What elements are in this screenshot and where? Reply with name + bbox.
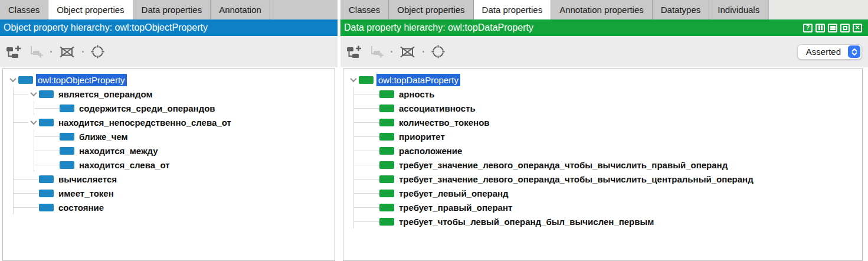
tree-connector bbox=[369, 200, 379, 214]
tab-classes[interactable]: Classes bbox=[340, 0, 389, 19]
property-name[interactable]: требует_значение_левого_операнда_чтобы_в… bbox=[397, 173, 755, 185]
split-horizontally-icon[interactable] bbox=[828, 24, 837, 32]
tab-annotation[interactable]: Annotation bbox=[211, 0, 270, 19]
property-name[interactable]: приоритет bbox=[397, 130, 447, 143]
property-name[interactable]: owl:topDataProperty bbox=[376, 74, 460, 86]
add-sibling-property-icon[interactable] bbox=[369, 45, 384, 58]
tree-row[interactable]: количество_токенов bbox=[343, 115, 862, 129]
tree-indent-guide bbox=[8, 172, 28, 186]
hierarchy-view-selector[interactable]: Asserted bbox=[797, 44, 862, 60]
delete-property-icon[interactable] bbox=[59, 45, 75, 58]
tree-row[interactable]: является_операндом bbox=[3, 87, 335, 101]
property-name[interactable]: является_операндом bbox=[57, 88, 155, 100]
data-property-icon bbox=[379, 175, 394, 183]
property-name[interactable]: содержится_среди_операндов bbox=[77, 102, 217, 115]
tree-row[interactable]: требует_значение_левого_операнда_чтобы_в… bbox=[343, 158, 862, 172]
data-property-icon bbox=[379, 204, 394, 211]
data-property-icon bbox=[359, 76, 374, 84]
tree-row[interactable]: вычисляется bbox=[3, 172, 335, 186]
add-sibling-property-icon[interactable] bbox=[29, 45, 43, 58]
toolbar-separator-dot bbox=[82, 51, 84, 53]
tree-row[interactable]: требует_левый_операнд bbox=[343, 186, 862, 200]
property-name[interactable]: требует_правый_оперант bbox=[397, 201, 514, 214]
property-name[interactable]: owl:topObjectProperty bbox=[36, 74, 127, 86]
property-name[interactable]: арность bbox=[397, 88, 436, 100]
expand-toggle[interactable] bbox=[28, 87, 39, 101]
tree-row[interactable]: состояние bbox=[3, 200, 335, 214]
tree-row[interactable]: находится_между bbox=[3, 143, 335, 158]
tab-annotation-properties[interactable]: Annotation properties bbox=[551, 0, 653, 19]
tree-indent-guide bbox=[8, 87, 28, 101]
property-name[interactable]: находится_слева_от bbox=[77, 159, 172, 171]
property-name[interactable]: требует_чтобы_левый_операнд_был_вычислен… bbox=[397, 216, 656, 228]
object-property-icon bbox=[39, 190, 54, 197]
tree-row[interactable]: имеет_токен bbox=[3, 186, 335, 200]
property-name[interactable]: требует_значение_левого_операнда_чтобы_в… bbox=[397, 159, 729, 171]
tree-row[interactable]: приоритет bbox=[343, 129, 862, 143]
tab-bar-filler bbox=[768, 0, 868, 19]
expand-toggle[interactable] bbox=[348, 73, 359, 87]
chevron-down-icon bbox=[9, 76, 16, 82]
add-sub-property-icon[interactable] bbox=[346, 45, 362, 58]
property-name[interactable]: вычисляется bbox=[57, 173, 119, 185]
tab-individuals[interactable]: Individuals bbox=[709, 0, 768, 19]
tree-row[interactable]: ассоциативность bbox=[343, 101, 862, 115]
data-property-icon bbox=[379, 133, 394, 141]
property-name[interactable]: требует_левый_операнд bbox=[397, 187, 510, 200]
close-view-icon[interactable]: ✕ bbox=[853, 24, 862, 32]
tree-indent-guide bbox=[28, 101, 49, 115]
tab-data-properties[interactable]: Data properties bbox=[133, 0, 211, 19]
tree-row[interactable]: owl:topObjectProperty bbox=[3, 73, 335, 87]
property-name[interactable]: ассоциативность bbox=[397, 102, 477, 115]
tree-indent-guide bbox=[8, 200, 28, 214]
tree-row[interactable]: содержится_среди_операндов bbox=[3, 101, 335, 115]
tree-connector bbox=[369, 143, 379, 158]
property-name[interactable]: находится_между bbox=[77, 145, 160, 157]
tab-data-properties[interactable]: Data properties bbox=[474, 0, 552, 19]
property-name[interactable]: ближе_чем bbox=[77, 130, 130, 143]
data-property-icon bbox=[379, 161, 394, 169]
tab-datatypes[interactable]: Datatypes bbox=[653, 0, 710, 19]
chevron-down-icon bbox=[30, 118, 37, 125]
tree-indent-guide bbox=[348, 158, 369, 172]
right-tab-bar: ClassesObject propertiesData propertiesA… bbox=[340, 0, 868, 19]
property-name[interactable]: имеет_токен bbox=[57, 187, 116, 200]
view-selector-value: Asserted bbox=[806, 47, 841, 57]
tree-indent-guide bbox=[348, 200, 369, 214]
expand-toggle[interactable] bbox=[28, 115, 39, 129]
split-vertically-icon[interactable] bbox=[815, 24, 825, 32]
tree-row[interactable]: арность bbox=[343, 87, 862, 101]
view-title: Object property hierarchy: owl:topObject… bbox=[4, 22, 334, 33]
property-name[interactable]: расположение bbox=[397, 145, 464, 157]
data-property-icon bbox=[379, 190, 394, 197]
float-view-icon[interactable] bbox=[840, 24, 850, 32]
property-name[interactable]: состояние bbox=[57, 201, 106, 214]
toolbar-separator-dot bbox=[422, 51, 424, 53]
tree-row[interactable]: находится_слева_от bbox=[3, 158, 335, 172]
tree-row[interactable]: расположение bbox=[343, 143, 862, 158]
tree-row[interactable]: owl:topDataProperty bbox=[343, 73, 862, 87]
tree-row[interactable]: находится_непосредственно_слева_от bbox=[3, 115, 335, 129]
tree-row[interactable]: ближе_чем bbox=[3, 129, 335, 143]
expand-toggle[interactable] bbox=[8, 73, 18, 87]
tree-row[interactable]: требует_значение_левого_операнда_чтобы_в… bbox=[343, 172, 862, 186]
show-usage-icon[interactable] bbox=[431, 45, 445, 58]
delete-property-icon[interactable] bbox=[399, 45, 415, 58]
property-name[interactable]: находится_непосредственно_слева_от bbox=[57, 116, 233, 129]
tab-object-properties[interactable]: Object properties bbox=[48, 0, 133, 19]
property-name[interactable]: количество_токенов bbox=[397, 116, 492, 129]
tab-object-properties[interactable]: Object properties bbox=[389, 0, 473, 19]
tree-indent-guide bbox=[348, 87, 369, 101]
tree-row[interactable]: требует_чтобы_левый_операнд_был_вычислен… bbox=[343, 214, 862, 229]
tree-row[interactable]: требует_правый_оперант bbox=[343, 200, 862, 214]
tree-connector bbox=[369, 186, 379, 200]
tree-indent-guide bbox=[8, 115, 28, 129]
tree-connector bbox=[369, 101, 379, 115]
chevron-down-icon bbox=[30, 90, 37, 96]
add-sub-property-icon[interactable] bbox=[6, 45, 22, 58]
tree-indent-guide bbox=[348, 214, 369, 229]
show-usage-icon[interactable] bbox=[91, 45, 104, 58]
help-icon[interactable]: ? bbox=[803, 24, 813, 32]
tab-classes[interactable]: Classes bbox=[0, 0, 48, 19]
tree-connector bbox=[369, 158, 379, 172]
